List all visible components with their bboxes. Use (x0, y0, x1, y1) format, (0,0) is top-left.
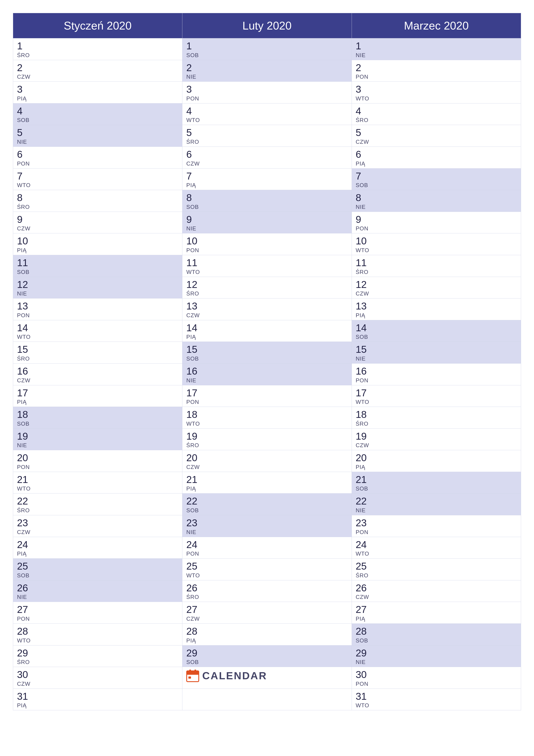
day-name: SOB (186, 355, 347, 362)
day-name: ŚRO (186, 290, 347, 297)
day-name: ŚRO (17, 52, 178, 59)
day-cell-month3-day2: 2PON (352, 60, 521, 82)
logo-text: CALENDAR (202, 670, 267, 682)
day-name: CZW (356, 442, 517, 449)
day-cell-month3-day31: 31WTO (352, 688, 521, 710)
day-number: 9 (356, 214, 517, 225)
day-cell-month2-day10: 10PON (182, 233, 352, 255)
day-number: 18 (17, 409, 178, 420)
day-number: 1 (356, 40, 517, 51)
month-header-january: Styczeń 2020 (13, 13, 182, 39)
day-cell-month2-day9: 9NIE (182, 212, 352, 233)
day-cell-month1-day7: 7WTO (13, 168, 182, 190)
day-number: 20 (186, 452, 347, 463)
calendar-row: 22ŚRO22SOB22NIE (13, 494, 521, 515)
day-cell-month2-day8: 8SOB (182, 190, 352, 212)
day-number: 11 (186, 257, 347, 268)
day-number: 26 (186, 582, 347, 594)
day-name: WTO (356, 551, 517, 557)
day-cell-month3-day26: 26CZW (352, 580, 521, 602)
day-number: 6 (17, 149, 178, 160)
svg-rect-2 (189, 670, 191, 673)
day-number: 29 (186, 648, 347, 659)
day-cell-month1-day5: 5NIE (13, 125, 182, 147)
day-cell-month2-day26: 26ŚRO (182, 580, 352, 602)
calendar-row: 12NIE12ŚRO12CZW (13, 277, 521, 298)
day-name: WTO (17, 637, 178, 644)
day-name: WTO (17, 485, 178, 492)
day-name: SOB (356, 485, 517, 492)
day-cell-month2-day22: 22SOB (182, 494, 352, 515)
day-name: SOB (186, 204, 347, 210)
day-name: PON (17, 160, 178, 167)
day-number: 27 (186, 604, 347, 615)
day-name: PIĄ (186, 637, 347, 644)
day-number: 6 (186, 149, 347, 160)
day-number: 8 (17, 192, 178, 203)
calendar-row: 29ŚRO29SOB29NIE (13, 645, 521, 667)
logo-container: CALENDAR (186, 669, 267, 682)
day-number: 25 (17, 561, 178, 572)
day-cell-month1-day30: 30CZW (13, 667, 182, 689)
day-name: CZW (186, 160, 347, 167)
day-number: 12 (17, 279, 178, 290)
day-number: 9 (17, 214, 178, 225)
day-name: PON (356, 529, 517, 535)
day-cell-month1-day2: 2CZW (13, 60, 182, 82)
day-name: WTO (186, 572, 347, 579)
day-name: NIE (356, 355, 517, 362)
svg-rect-4 (189, 676, 191, 679)
day-cell-month2-day5: 5ŚRO (182, 125, 352, 147)
day-name: PON (186, 247, 347, 254)
day-name: SOB (356, 334, 517, 340)
day-cell-month2-day27: 27CZW (182, 602, 352, 624)
calendar-logo-icon (186, 669, 199, 682)
calendar-row: 16CZW16NIE16PON (13, 363, 521, 385)
day-cell-month1-day24: 24PIĄ (13, 537, 182, 558)
calendar-row: 14WTO14PIĄ14SOB (13, 320, 521, 342)
calendar-row: 30CZW CALENDAR 30PON (13, 667, 521, 689)
day-number: 4 (186, 106, 347, 117)
day-name: SOB (186, 52, 347, 59)
day-name: SOB (186, 507, 347, 514)
day-name: WTO (356, 702, 517, 709)
day-name: PON (356, 377, 517, 384)
day-name: ŚRO (17, 507, 178, 514)
day-name: PIĄ (17, 551, 178, 557)
day-cell-month1-day15: 15ŚRO (13, 342, 182, 364)
day-cell-month3-day4: 4ŚRO (352, 103, 521, 125)
day-number: 10 (356, 235, 517, 247)
day-number: 22 (356, 496, 517, 507)
svg-rect-1 (187, 671, 199, 675)
day-name: PON (186, 399, 347, 405)
day-number: 4 (356, 106, 517, 117)
day-name: ŚRO (186, 139, 347, 145)
day-cell-month3-day10: 10WTO (352, 233, 521, 255)
calendar-table: Styczeń 2020 Luty 2020 Marzec 2020 1ŚRO1… (13, 13, 521, 710)
day-cell-month1-day19: 19NIE (13, 428, 182, 450)
day-number: 29 (356, 648, 517, 659)
calendar-row: 15ŚRO15SOB15NIE (13, 342, 521, 364)
day-cell-month2-day1: 1SOB (182, 39, 352, 60)
day-cell-month3-day29: 29NIE (352, 645, 521, 667)
day-cell-month2-day6: 6CZW (182, 147, 352, 168)
day-name: SOB (17, 269, 178, 275)
day-name: PIĄ (356, 160, 517, 167)
day-number: 16 (186, 366, 347, 377)
day-name: ŚRO (356, 117, 517, 123)
day-number: 7 (186, 171, 347, 182)
day-number: 21 (356, 474, 517, 485)
day-name: ŚRO (356, 572, 517, 579)
day-name: CZW (186, 464, 347, 471)
day-name: NIE (17, 139, 178, 145)
day-cell-month2-day23: 23NIE (182, 515, 352, 537)
day-name: SOB (17, 572, 178, 579)
day-number: 17 (186, 388, 347, 398)
day-name: CZW (356, 139, 517, 145)
day-number: 14 (356, 322, 517, 334)
day-name: ŚRO (17, 204, 178, 210)
day-number: 27 (356, 604, 517, 615)
day-number: 13 (186, 301, 347, 311)
day-cell-month3-day16: 16PON (352, 363, 521, 385)
calendar-row: 13PON13CZW13PIĄ (13, 298, 521, 320)
